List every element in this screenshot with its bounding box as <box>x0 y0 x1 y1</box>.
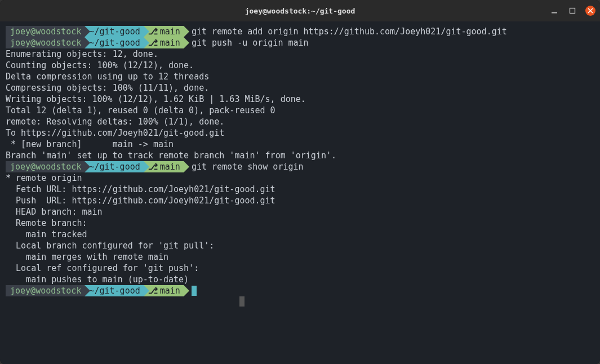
output-line: Counting objects: 100% (12/12), done. <box>6 60 594 71</box>
maximize-button[interactable] <box>567 6 577 16</box>
branch-icon: ⎇ <box>148 285 158 296</box>
chevron-icon <box>144 285 149 296</box>
branch-name: main <box>160 285 180 296</box>
output-line <box>6 296 594 309</box>
prompt-line: joey@woodstock~/git-good⎇maingit remote … <box>6 161 594 172</box>
output-line: main pushes to main (up-to-date) <box>6 274 594 285</box>
output-line: Enumerating objects: 12, done. <box>6 48 594 60</box>
chevron-icon <box>144 37 149 48</box>
chevron-icon <box>144 161 149 172</box>
prompt-user: joey@woodstock <box>6 37 85 48</box>
close-button[interactable] <box>585 6 595 16</box>
output-line: * [new branch] main -> main <box>6 139 594 150</box>
prompt-branch: ⎇main <box>144 37 184 48</box>
output-line: * remote origin <box>6 172 594 184</box>
cursor-icon <box>192 286 197 296</box>
output-line: Writing objects: 100% (12/12), 1.62 KiB … <box>6 94 594 105</box>
output-line: Delta compression using up to 12 threads <box>6 71 594 82</box>
prompt-path: ~/git-good <box>85 37 143 48</box>
window-title: joey@woodstock:~/git-good <box>245 7 355 15</box>
prompt-user: joey@woodstock <box>6 285 85 296</box>
chevron-icon <box>184 37 189 48</box>
command-text: git remote show origin <box>192 161 304 172</box>
output-line: Remote branch: <box>6 217 594 229</box>
chevron-icon <box>85 26 90 37</box>
prompt-line-active[interactable]: joey@woodstock~/git-good⎇main <box>6 285 594 296</box>
prompt-line: joey@woodstock~/git-good⎇maingit remote … <box>6 26 594 37</box>
prompt-user: joey@woodstock <box>6 161 85 172</box>
prompt-path: ~/git-good <box>85 26 143 37</box>
output-line: Local branch configured for 'git pull': <box>6 240 594 251</box>
chevron-icon <box>85 37 90 48</box>
prompt-branch: ⎇main <box>144 285 184 296</box>
branch-name: main <box>160 37 180 48</box>
chevron-icon <box>184 285 189 296</box>
chevron-icon <box>85 161 90 172</box>
branch-name: main <box>160 26 180 37</box>
branch-icon: ⎇ <box>148 37 158 48</box>
prompt-path: ~/git-good <box>85 161 143 172</box>
output-line: Branch 'main' set up to track remote bra… <box>6 150 594 161</box>
chevron-icon <box>144 26 149 37</box>
output-line: Local ref configured for 'git push': <box>6 263 594 274</box>
branch-icon: ⎇ <box>148 161 158 172</box>
svg-rect-1 <box>570 8 575 14</box>
minimize-button[interactable] <box>549 6 559 16</box>
output-line: HEAD branch: main <box>6 206 594 217</box>
terminal-body[interactable]: joey@woodstock~/git-good⎇maingit remote … <box>0 21 600 364</box>
output-line: Total 12 (delta 1), reused 0 (delta 0), … <box>6 105 594 116</box>
prompt-branch: ⎇main <box>144 161 184 172</box>
prompt-path: ~/git-good <box>85 285 143 296</box>
output-line: Compressing objects: 100% (11/11), done. <box>6 82 594 94</box>
prompt-line: joey@woodstock~/git-good⎇maingit push -u… <box>6 37 594 48</box>
output-line: Push URL: https://github.com/Joeyh021/gi… <box>6 195 594 206</box>
output-line: Fetch URL: https://github.com/Joeyh021/g… <box>6 184 594 195</box>
output-line: main tracked <box>6 229 594 240</box>
prompt-user: joey@woodstock <box>6 26 85 37</box>
command-text: git push -u origin main <box>192 37 309 48</box>
command-text: git remote add origin https://github.com… <box>192 26 507 37</box>
chevron-icon <box>184 161 189 172</box>
branch-name: main <box>160 161 180 172</box>
prompt-branch: ⎇main <box>144 26 184 37</box>
output-line: main merges with remote main <box>6 251 594 263</box>
block-cursor-icon <box>239 296 245 307</box>
terminal-window: joey@woodstock:~/git-good joey@woodstock… <box>0 0 600 364</box>
svg-rect-0 <box>552 12 557 14</box>
chevron-icon <box>85 285 90 296</box>
output-line: To https://github.com/Joeyh021/git-good.… <box>6 127 594 139</box>
window-controls <box>549 6 595 16</box>
output-line: remote: Resolving deltas: 100% (1/1), do… <box>6 116 594 127</box>
chevron-icon <box>184 26 189 37</box>
titlebar[interactable]: joey@woodstock:~/git-good <box>0 0 600 21</box>
branch-icon: ⎇ <box>148 26 158 37</box>
